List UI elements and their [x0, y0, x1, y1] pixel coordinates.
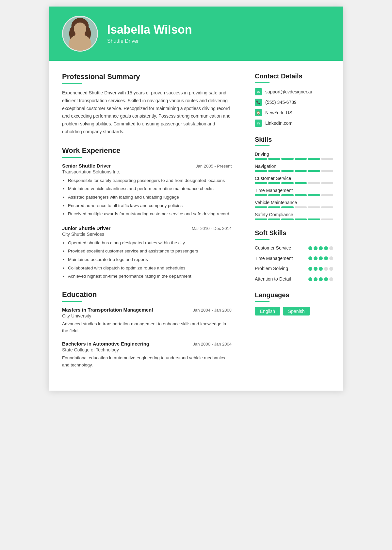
resume-container: Isabella Wilson Shuttle Driver Professio… — [49, 7, 343, 391]
location-icon: 🏠 — [255, 109, 262, 116]
skill-segment — [281, 194, 294, 196]
skill-segment — [295, 182, 307, 184]
soft-skill-dot — [314, 277, 318, 281]
job-title: Junior Shuttle Driver — [62, 225, 110, 231]
skill-bar — [255, 218, 333, 220]
soft-skill-dot — [329, 246, 333, 250]
soft-skill-name: Time Management — [255, 255, 293, 262]
education-item: Bachelors in Automotive Engineering Jan … — [62, 341, 232, 368]
bullet-item: Maintained vehicle cleanliness and perfo… — [68, 185, 232, 192]
bullet-item: Received multiple awards for outstanding… — [68, 210, 232, 218]
edu-school: State College of Technology — [62, 347, 232, 352]
bullet-item: Operated shuttle bus along designated ro… — [68, 239, 232, 247]
edu-degree: Masters in Transportation Management — [62, 307, 153, 313]
education-title: Education — [62, 290, 232, 299]
work-experience-section: Work Experience Senior Shuttle Driver Ja… — [62, 146, 232, 280]
edu-description: Foundational education in automotive eng… — [62, 354, 232, 368]
edu-school: City University — [62, 313, 232, 318]
phone-icon: 📞 — [255, 99, 262, 106]
skill-segment — [308, 218, 320, 220]
contact-item: 🏠 NewYork, US — [255, 109, 333, 116]
soft-skill-name: Attention to Detail — [255, 276, 291, 283]
contact-item: in LinkedIn.com — [255, 120, 333, 127]
skill-segment — [321, 182, 334, 184]
svg-point-2 — [73, 23, 87, 38]
skill-name: Time Management — [255, 188, 333, 193]
skill-segment — [321, 170, 334, 172]
email-icon: ✉ — [255, 88, 262, 95]
summary-title: Professional Summary — [62, 73, 232, 81]
skill-segment — [255, 218, 267, 220]
soft-skill-dot — [324, 267, 328, 271]
job-bullets: Operated shuttle bus along designated ro… — [62, 239, 232, 280]
contact-item: ✉ support@cvdesigner.ai — [255, 88, 333, 95]
skill-segment — [308, 206, 320, 208]
skill-segment — [295, 158, 307, 160]
contact-item: 📞 (555) 345-6789 — [255, 99, 333, 106]
skill-segment — [268, 218, 281, 220]
skill-segment — [268, 206, 281, 208]
svg-point-6 — [68, 41, 92, 51]
soft-skill-item: Problem Solving — [255, 266, 333, 272]
soft-skill-item: Customer Service — [255, 245, 333, 251]
contact-underline — [255, 82, 270, 83]
language-badge: Spanish — [283, 307, 310, 315]
summary-underline — [62, 83, 82, 84]
skill-segment — [281, 206, 294, 208]
resume-header: Isabella Wilson Shuttle Driver — [49, 7, 343, 61]
skill-segment — [295, 194, 307, 196]
skill-bar — [255, 158, 333, 160]
edu-header: Masters in Transportation Management Jan… — [62, 307, 232, 313]
soft-skills-list: Customer Service Time Management Problem… — [255, 245, 333, 282]
skill-segment — [321, 158, 334, 160]
skill-segment — [295, 206, 307, 208]
soft-skill-name: Customer Service — [255, 245, 291, 251]
skill-segment — [308, 158, 320, 160]
contact-value: (555) 345-6789 — [265, 100, 297, 105]
soft-skill-dot — [308, 267, 312, 271]
work-experience-title: Work Experience — [62, 146, 232, 155]
languages-list: EnglishSpanish — [255, 307, 333, 315]
bullet-item: Responsible for safely transporting pass… — [68, 177, 232, 184]
skill-item: Safety Compliance — [255, 212, 333, 220]
bullet-item: Provided excellent customer service and … — [68, 248, 232, 255]
soft-skill-dot — [314, 256, 318, 260]
skill-bar — [255, 206, 333, 208]
skill-segment — [295, 218, 307, 220]
soft-skill-dot — [329, 277, 333, 281]
soft-skill-dots — [308, 246, 333, 250]
edu-dates: Jan 2000 - Jan 2004 — [193, 342, 232, 347]
skill-segment — [308, 170, 320, 172]
soft-skill-dot — [319, 267, 323, 271]
languages-title: Languages — [255, 291, 333, 299]
education-section: Education Masters in Transportation Mana… — [62, 290, 232, 368]
edu-dates: Jan 2004 - Jan 2008 — [193, 308, 232, 313]
soft-skill-dot — [314, 246, 318, 250]
soft-skill-dot — [324, 277, 328, 281]
skill-name: Vehicle Maintenance — [255, 200, 333, 205]
soft-skill-dot — [308, 246, 312, 250]
soft-skill-dots — [308, 256, 333, 260]
job-dates: Mar 2010 - Dec 2014 — [192, 226, 232, 231]
contact-list: ✉ support@cvdesigner.ai 📞 (555) 345-6789… — [255, 88, 333, 127]
contact-value: support@cvdesigner.ai — [265, 89, 312, 94]
skill-name: Navigation — [255, 164, 333, 169]
soft-skill-dot — [329, 267, 333, 271]
skill-name: Safety Compliance — [255, 212, 333, 217]
skill-segment — [321, 194, 334, 196]
soft-skill-dot — [308, 277, 312, 281]
skill-bar — [255, 170, 333, 172]
skill-segment — [268, 158, 281, 160]
job-company: Transportation Solutions Inc. — [62, 169, 232, 174]
job-bullets: Responsible for safely transporting pass… — [62, 177, 232, 218]
soft-skills-underline — [255, 239, 270, 240]
bullet-item: Ensured adherence to all traffic laws an… — [68, 202, 232, 209]
soft-skill-dot — [319, 277, 323, 281]
svg-point-10 — [78, 34, 82, 36]
jobs-list: Senior Shuttle Driver Jan 2005 - Present… — [62, 163, 232, 280]
job-item: Junior Shuttle Driver Mar 2010 - Dec 201… — [62, 225, 232, 280]
svg-rect-5 — [77, 37, 83, 42]
edu-description: Advanced studies in transportation manag… — [62, 320, 232, 334]
skill-item: Vehicle Maintenance — [255, 200, 333, 208]
skill-segment — [281, 170, 294, 172]
